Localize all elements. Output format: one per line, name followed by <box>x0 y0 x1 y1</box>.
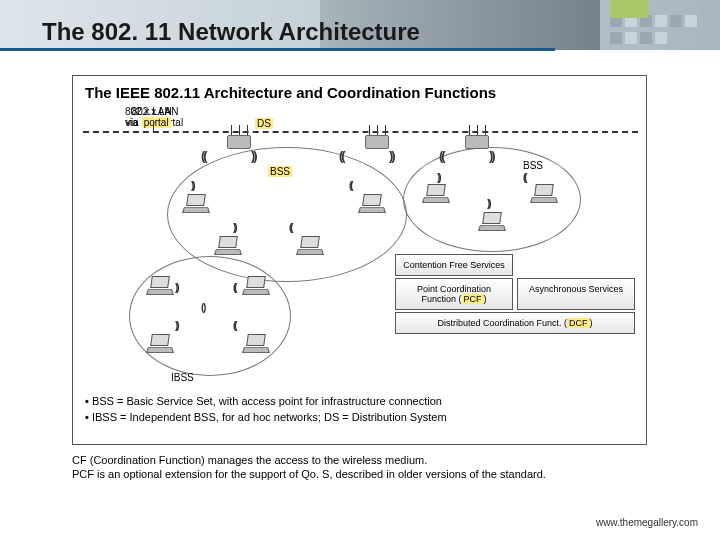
ibss-ellipse <box>129 256 291 376</box>
footer-url: www.themegallery.com <box>596 517 698 528</box>
dcf-box: Distributed Coordination Funct. (DCF) <box>395 312 635 334</box>
radio-wave-icon: (( <box>201 148 206 163</box>
radio-wave-icon: ( ) <box>201 302 204 313</box>
bullet-bss: BSS = Basic Service Set, with access poi… <box>85 394 447 409</box>
laptop-icon <box>421 184 451 206</box>
laptop-icon <box>213 236 243 258</box>
bullet-ibss: IBSS = Independent BSS, for ad hoc netwo… <box>85 410 447 425</box>
coordination-stack: Contention Free Services Point Coordinat… <box>391 254 637 336</box>
bss-label: BSS <box>268 166 292 177</box>
laptop-icon <box>145 276 175 298</box>
radio-wave-icon: )) <box>489 148 494 163</box>
radio-wave-icon: )) <box>175 320 178 331</box>
radio-wave-icon: )) <box>191 180 194 191</box>
radio-wave-icon: (( <box>289 222 292 233</box>
radio-wave-icon: )) <box>487 198 490 209</box>
cf-services-box: Contention Free Services <box>395 254 513 276</box>
radio-wave-icon: )) <box>389 148 394 163</box>
caption-line1: CF (Coordination Function) manages the a… <box>72 453 546 467</box>
radio-wave-icon: (( <box>339 148 344 163</box>
laptop-icon <box>357 194 387 216</box>
header-dots <box>610 15 700 45</box>
slide-caption: CF (Coordination Function) manages the a… <box>72 453 546 482</box>
lan-portal-label2: 802.x LANvia portal <box>125 106 172 128</box>
legend-bullets: BSS = Basic Service Set, with access poi… <box>85 394 447 427</box>
diagram-title: The IEEE 802.11 Architecture and Coordin… <box>85 84 496 101</box>
radio-wave-icon: )) <box>437 172 440 183</box>
radio-wave-icon: )) <box>175 282 178 293</box>
laptop-icon <box>529 184 559 206</box>
laptop-icon <box>241 334 271 356</box>
bss-label: BSS <box>523 160 543 171</box>
caption-line2: PCF is an optional extension for the sup… <box>72 467 546 481</box>
ds-label: DS <box>255 118 273 129</box>
radio-wave-icon: (( <box>439 148 444 163</box>
pcf-box: Point Coordination Function (PCF) <box>395 278 513 310</box>
laptop-icon <box>477 212 507 234</box>
slide-title: The 802. 11 Network Architecture <box>42 18 420 46</box>
radio-wave-icon: (( <box>523 172 526 183</box>
portal-connector <box>153 122 154 131</box>
radio-wave-icon: (( <box>233 320 236 331</box>
architecture-diagram: The IEEE 802.11 Architecture and Coordin… <box>72 75 647 445</box>
radio-wave-icon: )) <box>251 148 256 163</box>
radio-wave-icon: )) <box>233 222 236 233</box>
async-services-box: Asynchronous Services <box>517 278 635 310</box>
header-accent <box>610 0 648 18</box>
radio-wave-icon: (( <box>349 180 352 191</box>
radio-wave-icon: (( <box>233 282 236 293</box>
laptop-icon <box>241 276 271 298</box>
ibss-label: IBSS <box>171 372 194 383</box>
title-underline <box>0 48 555 51</box>
laptop-icon <box>295 236 325 258</box>
laptop-icon <box>181 194 211 216</box>
laptop-icon <box>145 334 175 356</box>
